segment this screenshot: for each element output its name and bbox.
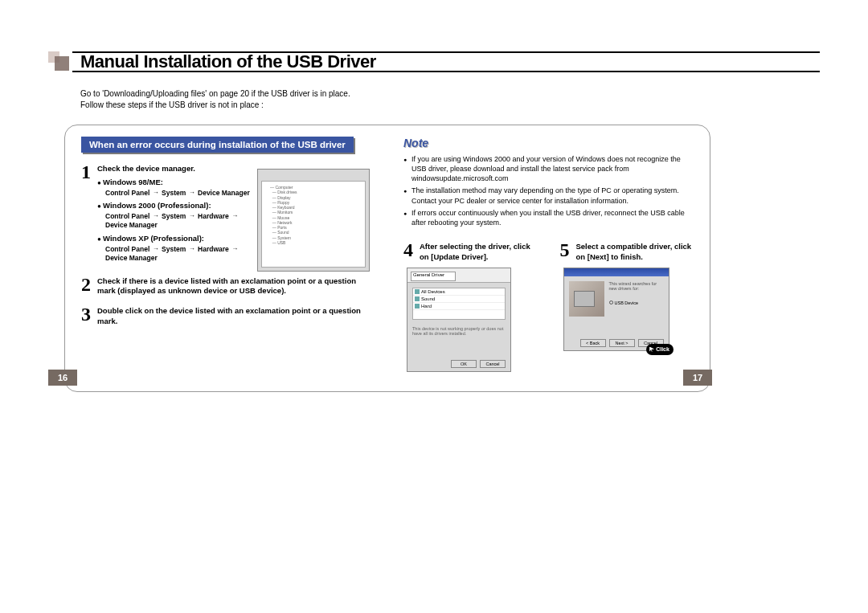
intro-text: Go to 'Downloading/Uploading files' on p… <box>80 88 820 110</box>
content-panel: When an error occurs during installation… <box>64 125 710 392</box>
device-icon <box>415 289 420 294</box>
wizard-message: This wizard searches for new drivers for… <box>609 281 664 292</box>
left-column: When an error occurs during installation… <box>65 137 387 372</box>
step-3: 3 Double click on the device listed with… <box>81 304 371 327</box>
step-number: 1 <box>81 162 97 267</box>
title-decoration-icon <box>48 48 76 76</box>
step-number: 4 <box>403 240 420 263</box>
device-icon <box>415 296 420 301</box>
screenshot-wizard-dialog: This wizard searches for new drivers for… <box>563 268 669 351</box>
note-item: The installation method may vary dependi… <box>411 186 694 205</box>
bullet-icon <box>97 178 103 186</box>
bullet-icon <box>403 154 411 183</box>
step-5-block: 5 Select a compatible driver, click on [… <box>560 240 694 372</box>
step-number: 2 <box>81 275 97 297</box>
note-item: If errors occur continuously when you in… <box>411 208 694 227</box>
click-badge: Click <box>646 344 674 355</box>
device-icon <box>415 304 420 309</box>
arrow-icon: → <box>188 245 196 252</box>
bullet-icon <box>403 208 411 227</box>
section-header: When an error occurs during installation… <box>81 137 354 153</box>
page-title: Manual Installation of the USB Driver <box>80 51 376 72</box>
arrow-icon: → <box>188 189 196 196</box>
step-4-block: 4 After selecting the driver, click on [… <box>403 240 538 372</box>
cancel-button: Cancel <box>480 360 506 368</box>
title-bar: Manual Installation of the USB Driver <box>48 48 820 77</box>
step-4-text: After selecting the driver, click on [Up… <box>420 240 538 263</box>
step-2-text: Check if there is a device listed with a… <box>97 275 371 297</box>
page-number-left: 16 <box>48 370 77 386</box>
arrow-icon: → <box>152 189 160 196</box>
step-3-text: Double click on the device listed with a… <box>97 304 371 327</box>
step-2: 2 Check if there is a device listed with… <box>81 275 371 297</box>
note-heading: Note <box>403 137 694 149</box>
note-item: If you are using Windows 2000 and your v… <box>411 154 694 183</box>
note-list: If you are using Windows 2000 and your v… <box>403 154 694 227</box>
step-1-text: Check the device manager. <box>97 164 195 173</box>
arrow-icon: → <box>231 245 239 252</box>
ok-button: OK <box>451 360 477 368</box>
step-5-text: Select a compatible driver, click on [Ne… <box>576 240 694 263</box>
titlebar <box>564 268 669 276</box>
intro-line-1: Go to 'Downloading/Uploading files' on p… <box>80 88 820 100</box>
dialog-description: This device is not working properly or d… <box>412 326 506 337</box>
back-button: < Back <box>580 339 606 347</box>
printer-icon <box>574 291 595 307</box>
dialog-tabs: General Driver <box>411 272 456 281</box>
arrow-icon: → <box>188 212 196 219</box>
radio-icon <box>609 300 613 304</box>
next-button: Next > <box>609 339 635 347</box>
arrow-icon: → <box>231 212 239 219</box>
bullet-icon <box>97 234 103 243</box>
screenshot-device-manager: — Computer — Disk drives — Display — Flo… <box>257 169 370 272</box>
arrow-icon: → <box>152 245 160 252</box>
screenshot-properties-dialog: General Driver All Devices Sound Hard Th… <box>407 268 511 372</box>
page-number-right: 17 <box>683 370 712 386</box>
step-number: 5 <box>560 240 576 263</box>
intro-line-2: Follow these steps if the USB driver is … <box>80 100 820 111</box>
bullet-icon <box>97 201 103 210</box>
manual-page: Manual Installation of the USB Driver Go… <box>48 48 820 392</box>
arrow-icon: → <box>152 212 160 219</box>
right-column: Note If you are using Windows 2000 and y… <box>387 137 710 372</box>
step-number: 3 <box>81 304 97 327</box>
bullet-icon <box>403 186 411 205</box>
